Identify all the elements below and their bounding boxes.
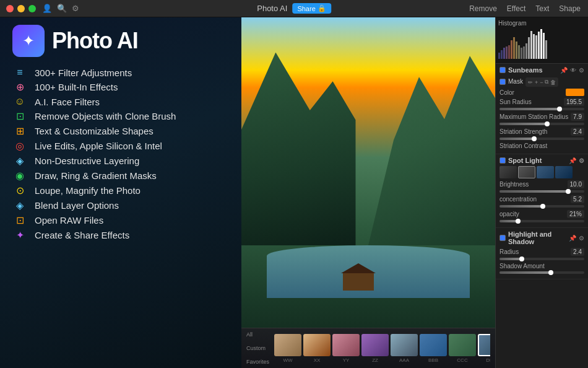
shadow-amount-row: Shadow Amount: [499, 263, 584, 269]
feature-filter-adjustments: ≡ 300+ Filter Adjustments: [12, 67, 229, 78]
radius-thumb[interactable]: [519, 256, 524, 261]
thumb-group-bbb[interactable]: BBB: [420, 334, 447, 363]
max-station-slider[interactable]: [499, 123, 584, 125]
add-icon[interactable]: +: [535, 79, 538, 85]
remove-tab[interactable]: Remove: [469, 4, 497, 13]
sun-radius-row: Sun Radius 195.5: [499, 98, 584, 106]
hbar: [518, 45, 520, 59]
hbar: [533, 34, 535, 59]
brightness-slider[interactable]: [499, 190, 584, 193]
traffic-lights: [6, 5, 36, 12]
spot-thumb-strip[interactable]: [499, 166, 584, 178]
feature-text: Open RAW Files: [35, 215, 103, 226]
copy-icon[interactable]: ⧉: [545, 79, 548, 85]
sunbeams-checkbox[interactable]: [499, 67, 506, 73]
spot-pin-icon[interactable]: 📌: [569, 157, 576, 164]
spot-title-row: Spot Light: [499, 157, 542, 164]
mask-checkbox[interactable]: [499, 79, 506, 85]
thumb-zz[interactable]: [361, 334, 389, 356]
pencil-icon[interactable]: ✏: [528, 79, 533, 85]
striation-strength-slider[interactable]: [499, 138, 584, 140]
search-icon[interactable]: 🔍: [57, 4, 67, 13]
sun-radius-thumb[interactable]: [557, 107, 562, 112]
opacity-slider[interactable]: [499, 220, 584, 222]
maximize-button[interactable]: [28, 5, 36, 12]
raw-icon: ⊡: [12, 214, 27, 226]
concentration-slider[interactable]: [499, 205, 584, 208]
hs-gear-icon[interactable]: ⚙: [579, 235, 584, 242]
share-icon: ✦: [12, 229, 27, 241]
striation-thumb[interactable]: [532, 136, 537, 141]
thumb-group-zz[interactable]: ZZ: [361, 334, 389, 363]
thumb-ww[interactable]: [274, 334, 301, 356]
thumb-group-ww[interactable]: WW: [274, 334, 301, 363]
cabin-body: [343, 273, 374, 291]
mountain-right: [368, 35, 495, 245]
thumb-ddd[interactable]: [478, 334, 490, 356]
share-button[interactable]: Share 🔒: [292, 3, 331, 14]
close-button[interactable]: [6, 5, 14, 12]
brightness-thumb[interactable]: [566, 189, 571, 194]
text-tab[interactable]: Text: [535, 4, 549, 13]
thumb-ccc[interactable]: [449, 334, 476, 356]
concentration-value: 5.2: [571, 195, 584, 203]
color-label: Color: [499, 89, 514, 96]
sun-radius-slider[interactable]: [499, 108, 584, 110]
pin-icon[interactable]: 📌: [560, 67, 568, 74]
thumb-group-xx[interactable]: XX: [303, 334, 331, 363]
delete-icon[interactable]: 🗑: [550, 79, 556, 85]
thumb-group-ccc[interactable]: CCC: [449, 334, 476, 363]
eye-icon[interactable]: 👁: [570, 67, 576, 74]
feature-text-shapes: ⊞ Text & Customizable Shapes: [12, 125, 229, 137]
effect-tab[interactable]: Effect: [507, 4, 525, 13]
minimize-button[interactable]: [17, 5, 25, 12]
main-layout: ✦ Photo AI ≡ 300+ Filter Adjustments ⊕ 1…: [0, 17, 588, 368]
striation-fill: [499, 138, 534, 140]
spot-thumb-2[interactable]: [518, 166, 535, 178]
thumb-aaa[interactable]: [391, 334, 418, 356]
shadow-amount-thumb[interactable]: [548, 270, 553, 275]
hbar: [511, 40, 512, 59]
color-swatch[interactable]: [566, 89, 584, 96]
thumb-xx[interactable]: [303, 334, 331, 356]
highlight-shadow-header: Highlight and Shadow 📌 ⚙: [499, 230, 584, 245]
concentration-thumb[interactable]: [540, 204, 545, 209]
histogram-bars: [498, 28, 586, 59]
sun-radius-fill: [499, 108, 559, 110]
max-station-label: Maximum Station Radius: [499, 113, 568, 120]
max-station-value: 7.9: [571, 113, 584, 121]
mask-icon: ◉: [12, 170, 27, 182]
app-icon: ✦: [12, 25, 45, 57]
layers-icon[interactable]: ⚙: [72, 4, 79, 13]
feature-face-filters: ☺ A.I. Face Filters: [12, 96, 229, 107]
opacity-thumb[interactable]: [516, 219, 521, 224]
gear-icon[interactable]: ⚙: [579, 67, 584, 74]
spot-checkbox[interactable]: [499, 157, 506, 164]
histogram-title: Histogram: [498, 20, 586, 27]
spot-thumb-3[interactable]: [537, 166, 554, 178]
dock-thumbnails[interactable]: WW XX YY ZZ: [274, 334, 490, 363]
subtract-icon[interactable]: −: [540, 79, 543, 85]
thumb-bbb[interactable]: [420, 334, 447, 356]
thumb-yy[interactable]: [332, 334, 360, 356]
color-row: Color: [499, 89, 584, 96]
thumb-group-aaa[interactable]: AAA: [391, 334, 418, 363]
thumb-group-ddd[interactable]: DDD: [478, 334, 490, 363]
striation-contrast-label: Striation Contrast: [499, 142, 547, 149]
layers-icon2: ◈: [12, 155, 27, 167]
spot-thumb-1[interactable]: [499, 166, 517, 178]
spot-light-section: Spot Light 📌 ⚙ Brightness 10.0: [496, 154, 588, 228]
shadow-amount-slider[interactable]: [499, 271, 584, 274]
thumb-group-yy[interactable]: YY: [332, 334, 360, 363]
spot-thumb-4[interactable]: [555, 166, 573, 178]
hs-pin-icon[interactable]: 📌: [569, 235, 576, 242]
hs-checkbox[interactable]: [499, 235, 506, 241]
spot-gear-icon[interactable]: ⚙: [579, 157, 584, 164]
hs-icons: 📌 ⚙: [569, 235, 584, 242]
max-station-thumb[interactable]: [545, 121, 550, 126]
shape-tab[interactable]: Shape: [559, 4, 581, 13]
brightness-value: 10.0: [568, 180, 584, 188]
sunbeams-icons: 📌 👁 ⚙: [560, 67, 584, 74]
radius-slider[interactable]: [499, 258, 584, 260]
titlebar: 👤 🔍 ⚙ Photo AI Share 🔒 Remove Effect Tex…: [0, 0, 588, 17]
